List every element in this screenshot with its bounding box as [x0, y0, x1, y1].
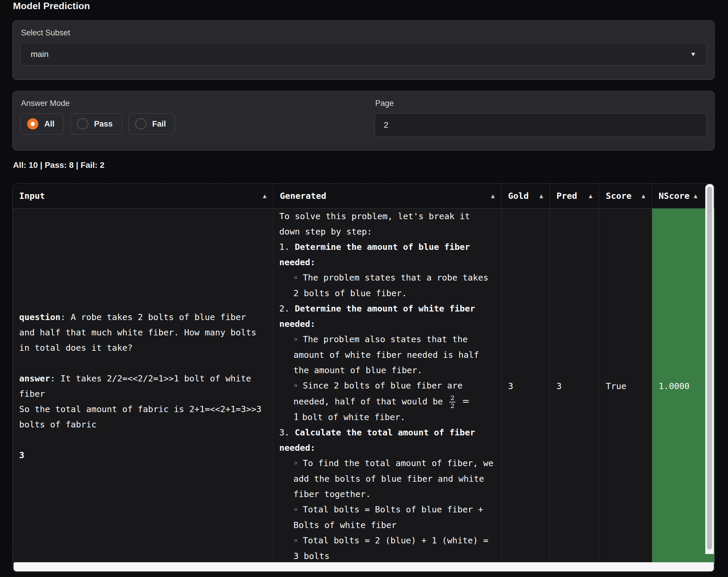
- radio-pass[interactable]: Pass: [70, 113, 122, 135]
- answer-mode-label: Answer Mode: [21, 99, 374, 108]
- generated-bullet: ◦Total bolts = Bolts of blue fiber + Bol…: [279, 502, 495, 533]
- bullet-circle-icon: ◦: [293, 459, 298, 468]
- radio-all[interactable]: All: [20, 113, 64, 135]
- generated-bullet: ◦The problem also states that the amount…: [279, 332, 495, 378]
- cell-generated[interactable]: To solve this problem, let's break it do…: [274, 209, 501, 564]
- vertical-scrollbar-thumb[interactable]: [707, 187, 712, 550]
- bullet-circle-icon: ◦: [293, 536, 298, 545]
- cell-score[interactable]: True: [599, 209, 652, 564]
- generated-bullet: ◦Total bolts = 2 (blue) + 1 (white) = 3 …: [279, 533, 495, 564]
- column-header-pred[interactable]: Pred ▲: [550, 184, 599, 208]
- results-table: Input ▲ Generated ▲ Gold ▲ Pred ▲ Score …: [12, 183, 715, 572]
- input-question: question: A robe takes 2 bolts of blue f…: [19, 309, 266, 355]
- table-header-row: Input ▲ Generated ▲ Gold ▲ Pred ▲ Score …: [13, 184, 714, 209]
- table-row: question: A robe takes 2 bolts of blue f…: [13, 209, 714, 564]
- subset-label: Select Subset: [21, 28, 707, 37]
- column-header-score[interactable]: Score ▲: [599, 184, 652, 208]
- subset-panel: Select Subset main ▼: [12, 20, 715, 80]
- subset-selected-value: main: [31, 50, 49, 59]
- generated-bullet: ◦The problem states that a robe takes 2 …: [279, 270, 495, 301]
- page-group: Page: [374, 99, 707, 142]
- answer-mode-group: Answer Mode All Pass Fail: [20, 99, 374, 142]
- sort-ascending-icon[interactable]: ▲: [263, 192, 266, 199]
- filter-panel: Answer Mode All Pass Fail Page: [12, 91, 715, 150]
- vertical-scrollbar[interactable]: [705, 184, 714, 554]
- status-line: All: 10 | Pass: 8 | Fail: 2: [13, 161, 104, 170]
- bullet-circle-icon: ◦: [293, 273, 298, 282]
- horizontal-scrollbar[interactable]: [14, 562, 714, 571]
- radio-unselected-icon: [77, 118, 88, 130]
- generated-bullet: ◦To find the total amount of fiber, we a…: [279, 456, 495, 502]
- sort-ascending-icon[interactable]: ▲: [694, 192, 698, 199]
- generated-step-heading: 2. Determine the amount of white fiber n…: [279, 301, 495, 332]
- sort-ascending-icon[interactable]: ▲: [491, 192, 495, 199]
- cell-input[interactable]: question: A robe takes 2 bolts of blue f…: [13, 209, 274, 564]
- page-title: Model Prediction: [13, 1, 90, 11]
- sort-ascending-icon[interactable]: ▲: [589, 192, 593, 199]
- page-input[interactable]: [374, 113, 707, 137]
- sort-ascending-icon[interactable]: ▲: [539, 192, 543, 199]
- sort-ascending-icon[interactable]: ▲: [642, 192, 645, 199]
- answer-mode-radio-row: All Pass Fail: [20, 113, 374, 135]
- generated-step-heading: 1. Determine the amount of blue fiber ne…: [279, 239, 495, 270]
- cell-pred[interactable]: 3: [550, 209, 599, 564]
- radio-unselected-icon: [135, 118, 147, 130]
- radio-fail[interactable]: Fail: [128, 113, 175, 135]
- generated-step-heading: 3. Calculate the total amount of fiber n…: [279, 425, 495, 456]
- input-final-answer: 3: [19, 447, 266, 463]
- radio-selected-icon: [27, 118, 38, 130]
- math-fraction: 22: [449, 395, 456, 409]
- bullet-circle-icon: ◦: [293, 335, 298, 344]
- column-header-input[interactable]: Input ▲: [13, 184, 274, 208]
- cell-gold[interactable]: 3: [501, 209, 550, 564]
- generated-bullet-math: ◦Since 2 bolts of blue fiber are needed,…: [279, 378, 495, 425]
- page-label: Page: [375, 99, 707, 108]
- column-header-generated[interactable]: Generated ▲: [274, 184, 501, 208]
- column-header-gold[interactable]: Gold ▲: [501, 184, 550, 208]
- chevron-down-icon[interactable]: ▼: [690, 51, 696, 57]
- bullet-circle-icon: ◦: [293, 381, 298, 390]
- generated-intro: To solve this problem, let's break it do…: [279, 209, 495, 239]
- bullet-circle-icon: ◦: [293, 505, 298, 514]
- input-answer: answer: It takes 2/2=<<2/2=1>>1 bolt of …: [19, 371, 266, 432]
- subset-dropdown[interactable]: main ▼: [20, 43, 707, 65]
